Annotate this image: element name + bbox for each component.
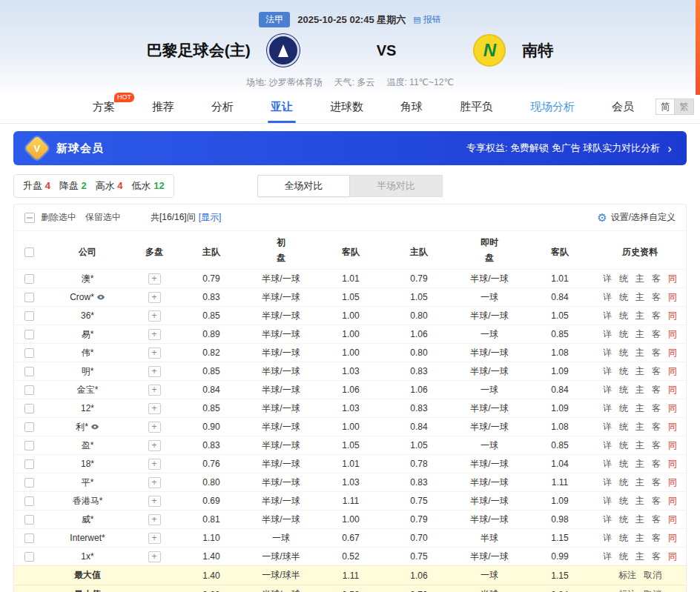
multi-odds-expand-button[interactable]: + — [148, 273, 161, 285]
history-link-5[interactable]: 同 — [668, 403, 677, 413]
row-checkbox[interactable] — [24, 367, 34, 376]
history-link-5[interactable]: 同 — [668, 422, 677, 432]
history-link-4[interactable]: 客 — [652, 292, 661, 302]
select-toggle-icon[interactable] — [24, 213, 35, 223]
history-link-3[interactable]: 主 — [635, 459, 644, 469]
history-link-3[interactable]: 主 — [635, 273, 644, 284]
multi-odds-expand-button[interactable]: + — [148, 496, 161, 507]
history-link-5[interactable]: 同 — [668, 459, 677, 469]
history-link-1[interactable]: 详 — [603, 385, 612, 395]
history-link-4[interactable]: 客 — [652, 329, 661, 339]
tab-win-draw-lose[interactable]: 胜平负 — [441, 90, 512, 123]
tab-corners[interactable]: 角球 — [382, 90, 441, 123]
history-link-3[interactable]: 主 — [635, 514, 644, 525]
tab-goals[interactable]: 进球数 — [311, 90, 382, 123]
history-link-4[interactable]: 客 — [652, 533, 661, 543]
tab-live-analysis[interactable]: 现场分析 — [512, 90, 593, 123]
lang-traditional-button[interactable]: 繁 — [675, 99, 694, 115]
history-link-4[interactable]: 客 — [652, 347, 661, 358]
row-checkbox[interactable] — [24, 404, 34, 413]
history-link-4[interactable]: 客 — [652, 273, 661, 284]
multi-odds-expand-button[interactable]: + — [148, 385, 161, 396]
keep-selected-button[interactable]: 保留选中 — [85, 211, 121, 224]
summary-action-1[interactable]: 标注 — [618, 589, 636, 592]
history-link-3[interactable]: 主 — [635, 533, 644, 543]
history-link-1[interactable]: 详 — [603, 533, 612, 543]
history-link-5[interactable]: 同 — [668, 273, 677, 284]
row-checkbox[interactable] — [24, 496, 34, 506]
history-link-5[interactable]: 同 — [668, 329, 677, 339]
row-checkbox[interactable] — [24, 274, 34, 284]
history-link-5[interactable]: 同 — [668, 477, 677, 488]
tab-recommend[interactable]: 推荐 — [133, 90, 193, 123]
history-link-1[interactable]: 详 — [603, 273, 612, 284]
company-name[interactable]: 易* — [44, 325, 131, 344]
history-link-4[interactable]: 客 — [652, 514, 661, 525]
row-checkbox[interactable] — [24, 533, 34, 543]
filter-rise[interactable]: 升盘 4 — [23, 179, 50, 193]
tab-plan[interactable]: 方案HOT — [74, 90, 133, 123]
history-link-5[interactable]: 同 — [668, 514, 677, 525]
history-link-5[interactable]: 同 — [668, 347, 677, 358]
tab-member[interactable]: 会员 — [593, 90, 653, 123]
row-checkbox[interactable] — [24, 441, 34, 450]
company-name[interactable]: Interwet* — [44, 529, 131, 548]
history-link-1[interactable]: 详 — [603, 459, 612, 469]
filter-fall[interactable]: 降盘 2 — [59, 179, 87, 193]
row-checkbox[interactable] — [24, 552, 34, 562]
history-link-3[interactable]: 主 — [635, 347, 644, 358]
history-link-5[interactable]: 同 — [668, 292, 677, 302]
history-link-1[interactable]: 详 — [603, 551, 612, 562]
history-link-4[interactable]: 客 — [652, 440, 661, 450]
history-link-3[interactable]: 主 — [635, 551, 644, 562]
history-link-4[interactable]: 客 — [652, 551, 661, 562]
history-link-4[interactable]: 客 — [652, 422, 661, 432]
history-link-2[interactable]: 统 — [619, 551, 628, 562]
multi-odds-expand-button[interactable]: + — [148, 551, 161, 562]
delete-selected-button[interactable]: 删除选中 — [41, 211, 76, 224]
history-link-2[interactable]: 统 — [619, 310, 628, 321]
company-name[interactable]: 盈* — [44, 436, 131, 455]
history-link-3[interactable]: 主 — [635, 440, 644, 450]
company-name[interactable]: 36* — [44, 307, 131, 325]
half-match-toggle-button[interactable]: 半场对比 — [350, 175, 443, 197]
multi-odds-expand-button[interactable]: + — [148, 422, 161, 433]
row-checkbox[interactable] — [24, 385, 34, 395]
history-link-2[interactable]: 统 — [619, 533, 628, 543]
history-link-5[interactable]: 同 — [668, 440, 677, 450]
history-link-4[interactable]: 客 — [652, 310, 661, 321]
vip-banner[interactable]: V 新球会员 专享权益: 免费解锁 免广告 球队实力对比分析 › — [13, 131, 687, 165]
history-link-4[interactable]: 客 — [652, 403, 661, 413]
company-name[interactable]: 1x* — [44, 548, 131, 566]
multi-odds-expand-button[interactable]: + — [148, 440, 161, 451]
history-link-2[interactable]: 统 — [619, 292, 628, 302]
history-link-2[interactable]: 统 — [619, 273, 628, 284]
row-checkbox[interactable] — [24, 311, 34, 321]
settings-customize-link[interactable]: 设置/选择自定义 — [611, 211, 676, 224]
history-link-1[interactable]: 详 — [603, 347, 612, 358]
filter-low-water[interactable]: 低水 12 — [132, 179, 165, 193]
history-link-2[interactable]: 统 — [619, 496, 628, 506]
history-link-2[interactable]: 统 — [619, 514, 628, 525]
multi-odds-expand-button[interactable]: + — [148, 329, 161, 340]
history-link-3[interactable]: 主 — [635, 329, 644, 339]
multi-odds-expand-button[interactable]: + — [148, 403, 161, 414]
filter-high-water[interactable]: 高水 4 — [96, 179, 123, 193]
history-link-1[interactable]: 详 — [603, 310, 612, 321]
history-link-3[interactable]: 主 — [635, 310, 644, 321]
history-link-1[interactable]: 详 — [603, 514, 612, 525]
company-name[interactable]: Crow* — [44, 288, 131, 307]
history-link-1[interactable]: 详 — [603, 329, 612, 339]
multi-odds-expand-button[interactable]: + — [148, 310, 161, 322]
company-name[interactable]: 平* — [44, 473, 131, 492]
row-checkbox[interactable] — [24, 478, 34, 488]
history-link-5[interactable]: 同 — [668, 551, 677, 562]
history-link-5[interactable]: 同 — [668, 366, 677, 376]
report-error-link[interactable]: ▤报错 — [413, 13, 440, 26]
multi-odds-expand-button[interactable]: + — [148, 514, 161, 525]
history-link-3[interactable]: 主 — [635, 403, 644, 413]
show-link[interactable]: [显示] — [199, 211, 222, 224]
vip-benefits-link[interactable]: 专享权益: 免费解锁 免广告 球队实力对比分析 › — [466, 142, 672, 155]
tab-asian-handicap[interactable]: 亚让 — [252, 90, 311, 123]
history-link-2[interactable]: 统 — [619, 366, 628, 376]
